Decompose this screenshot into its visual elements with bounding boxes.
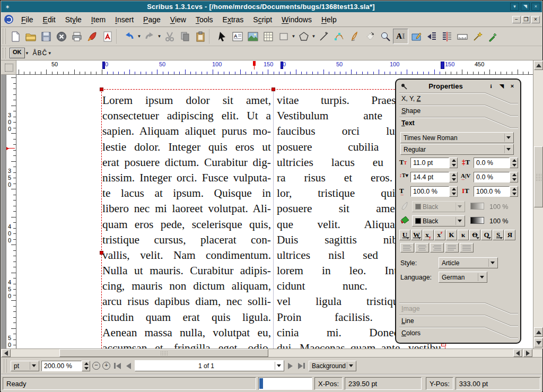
page-indicator-combo[interactable]: 1 of 1 [135,360,284,371]
insert-polygon-button[interactable] [296,29,311,44]
bottom-grip[interactable] [4,359,7,372]
window-close-button[interactable]: × [531,3,540,11]
document-close-button[interactable]: × [531,16,540,23]
window-menu-icon[interactable]: ✶ [3,3,12,11]
menu-view[interactable]: View [165,13,191,26]
language-combo[interactable]: German [439,272,487,283]
properties-tab-colors[interactable]: Colors [400,327,516,339]
style-dropdown-icon[interactable] [488,259,496,267]
document-restore-button[interactable]: ❐ [522,16,530,23]
cut-button[interactable] [162,29,177,44]
document-minimize-button[interactable]: − [512,16,521,23]
properties-tab-line[interactable]: Line [400,315,516,327]
whats-this-button[interactable]: i [487,83,495,89]
align-right-button[interactable] [430,243,444,252]
menu-edit[interactable]: Edit [38,13,60,26]
last-page-button[interactable] [298,363,305,369]
stroke-color-combo[interactable]: Black [412,201,465,212]
frame-handle-topleft[interactable] [100,88,103,91]
insert-text-frame-button[interactable]: A [230,29,245,44]
align-left-button[interactable] [400,243,414,252]
window-shade-button[interactable]: ▾ [510,3,519,11]
insert-shape-button[interactable] [276,29,291,44]
zoom-value[interactable]: 200.00 % [41,361,82,371]
close-document-button[interactable] [54,29,69,44]
fill-color-dropdown-icon[interactable] [456,217,463,225]
panel-close-button[interactable]: × [509,83,516,89]
align-justify-button[interactable] [445,243,459,252]
menu-style[interactable]: Style [60,13,86,26]
layer-combo[interactable]: Background [309,361,356,371]
zoom-button[interactable] [378,29,393,44]
first-page-button[interactable] [114,363,121,369]
story-editor-button[interactable] [408,29,424,44]
tab-stop-marker[interactable] [253,61,256,66]
insert-freehand-button[interactable] [347,29,362,44]
zoom-out-button[interactable]: − [92,362,100,370]
toolbar-grip2[interactable] [3,48,6,58]
link-text-frames-button[interactable] [424,29,439,44]
insert-table-button[interactable] [260,29,276,44]
panel-undock-button[interactable]: ◥ [498,83,505,90]
select-item-button[interactable] [214,29,230,44]
layer-dropdown-icon[interactable] [347,362,355,370]
measurements-button[interactable] [454,29,470,44]
unit-combo[interactable]: pt [11,361,39,371]
kerning-spinbox[interactable]: 0.0 % [474,172,518,182]
superscript-button[interactable]: xr [434,230,445,240]
fill-shade-gradient[interactable] [470,217,484,224]
horizontal-scrollbar[interactable] [1,349,542,358]
horizontal-ruler[interactable]: 50050100150050100150450 [16,60,533,75]
insert-shape-dropdown[interactable]: ▼ [291,29,296,44]
small-caps-button[interactable]: κ [458,230,469,240]
undo-dropdown[interactable]: ▼ [137,29,142,44]
line-spacing-value[interactable]: 14.4 pt [410,172,449,182]
scaling-height-spinbox[interactable]: 100.0 % [474,186,518,197]
font-size-spinbox[interactable]: 11.0 pt [410,158,458,168]
strikethrough-button[interactable]: O [469,230,480,240]
unlink-text-frames-button[interactable] [439,29,454,44]
menu-help[interactable]: Help [317,13,341,26]
reverse-writing-button[interactable]: Я [504,230,515,240]
align-force-justify-button[interactable] [460,243,474,252]
open-document-button[interactable] [23,29,38,44]
frame-handle-topmiddle[interactable] [272,88,275,91]
ok-dropdown[interactable]: ▼ [25,46,30,61]
preflight-verifier-button[interactable] [84,29,100,44]
scaling-height-value[interactable]: 100.0 % [474,186,510,197]
copy-item-properties-button[interactable] [470,29,485,44]
zoom-spinbox[interactable]: 200.00 % [41,361,90,371]
line-spacing-spinbox[interactable]: 14.4 pt [410,172,458,182]
scroll-down-button[interactable] [534,338,543,347]
subscript-button[interactable]: xy [423,230,434,240]
scribus-app-icon[interactable] [4,15,13,24]
save-document-button[interactable] [38,29,54,44]
outline-button[interactable]: Q [481,230,492,240]
unit-dropdown-icon[interactable] [30,362,38,370]
scaling-width-spinbox[interactable]: 100.0 % [410,186,458,197]
insert-image-frame-button[interactable] [245,29,260,44]
language-dropdown-icon[interactable] [478,273,486,281]
zoom-in-button[interactable]: + [102,362,110,370]
copy-button[interactable] [177,29,192,44]
menu-page[interactable]: Page [138,13,165,26]
style-combo[interactable]: Article [439,257,498,268]
horizontal-scroll-thumb[interactable] [59,349,268,357]
stroke-shade-gradient[interactable] [470,203,484,210]
scroll-up-button[interactable] [534,61,543,70]
export-pdf-button[interactable] [100,29,115,44]
insert-bezier-button[interactable] [331,29,347,44]
paste-button[interactable] [192,29,208,44]
properties-tab-shape[interactable]: Shape [400,104,516,117]
edit-contents-button[interactable]: AI [393,29,408,44]
font-style-dropdown-icon[interactable] [504,145,512,153]
vertical-scroll-thumb[interactable] [534,146,543,207]
vertical-ruler[interactable]: 300350400450500 [6,75,16,349]
abc-dropdown[interactable]: ▼ [47,46,52,61]
scroll-left-button-2[interactable] [513,349,522,357]
properties-tab-text[interactable]: Text [400,117,516,129]
insert-line-button[interactable] [316,29,331,44]
previous-page-button[interactable] [126,363,131,369]
redo-dropdown[interactable]: ▼ [157,29,162,44]
font-style-combo[interactable]: Regular [400,144,514,155]
